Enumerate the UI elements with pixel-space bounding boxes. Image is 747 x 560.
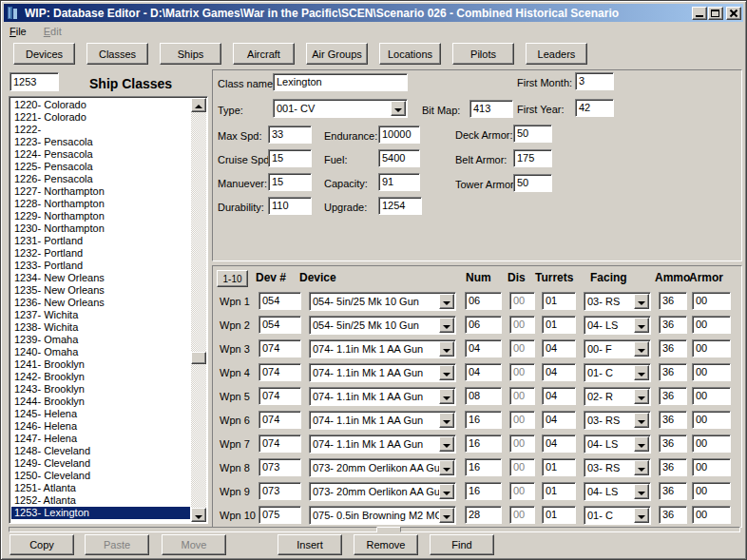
- nav-air-groups-button[interactable]: Air Groups: [306, 43, 368, 65]
- device-select[interactable]: 074- 1.1in Mk 1 AA Gun: [309, 387, 456, 406]
- device-dropdown-button[interactable]: [439, 413, 454, 428]
- armor-input[interactable]: 00: [692, 292, 731, 310]
- armor-input[interactable]: 00: [692, 387, 731, 405]
- device-select[interactable]: 075- 0.5in Browning M2 MG: [309, 506, 456, 525]
- list-item[interactable]: 1230- Northampton: [11, 222, 190, 235]
- turrets-input[interactable]: 04: [542, 363, 576, 381]
- facing-dropdown-button[interactable]: [634, 389, 649, 404]
- scroll-down-button[interactable]: [191, 508, 206, 522]
- list-item[interactable]: 1244- Brooklyn: [11, 396, 190, 408]
- device-select[interactable]: 054- 5in/25 Mk 10 Gun: [309, 292, 456, 311]
- num-input[interactable]: 06: [465, 292, 502, 310]
- list-item[interactable]: 1225- Pensacola: [11, 161, 190, 173]
- num-input[interactable]: 08: [465, 387, 502, 405]
- armor-input[interactable]: 00: [692, 316, 731, 334]
- facing-select[interactable]: 01- C: [584, 363, 651, 382]
- turrets-input[interactable]: 01: [542, 292, 576, 310]
- list-item[interactable]: 1231- Portland: [11, 235, 190, 247]
- list-item[interactable]: 1241- Brooklyn: [11, 358, 190, 371]
- num-input[interactable]: 28: [465, 506, 502, 524]
- list-item[interactable]: 1229- Northampton: [11, 210, 190, 222]
- menu-file[interactable]: File: [5, 25, 31, 40]
- list-item[interactable]: 1234- New Orleans: [11, 272, 190, 284]
- armor-input[interactable]: 00: [692, 411, 731, 429]
- list-item[interactable]: 1221- Colorado: [11, 111, 190, 124]
- find-button[interactable]: Find: [430, 534, 494, 555]
- dev-number-input[interactable]: 074: [259, 339, 301, 357]
- ammo-input[interactable]: 36: [659, 482, 687, 500]
- first-year-field[interactable]: 42: [575, 99, 614, 117]
- armor-input[interactable]: 00: [692, 506, 731, 524]
- list-item[interactable]: 1252- Atlanta: [11, 494, 190, 507]
- list-item[interactable]: 1237- Wichita: [11, 309, 190, 321]
- nav-devices-button[interactable]: Devices: [13, 43, 75, 65]
- facing-select[interactable]: 04- LS: [584, 316, 651, 335]
- list-item[interactable]: 1222-: [11, 124, 190, 136]
- device-select[interactable]: 074- 1.1in Mk 1 AA Gun: [309, 434, 456, 454]
- device-select[interactable]: 073- 20mm Oerlikon AA Gun: [309, 458, 456, 477]
- armor-input[interactable]: 00: [692, 458, 731, 476]
- dev-number-input[interactable]: 074: [259, 363, 301, 381]
- close-button[interactable]: [726, 7, 741, 20]
- class-name-field[interactable]: Lexington: [273, 73, 408, 91]
- facing-dropdown-button[interactable]: [634, 508, 649, 523]
- capacity-field[interactable]: 91: [378, 173, 420, 191]
- facing-select[interactable]: 00- F: [584, 339, 651, 358]
- list-item[interactable]: 1220- Colorado: [11, 99, 190, 111]
- list-item[interactable]: 1254- Lexington: [11, 519, 190, 521]
- durability-field[interactable]: 110: [268, 197, 312, 215]
- facing-select[interactable]: 03- RS: [584, 411, 651, 430]
- num-input[interactable]: 16: [465, 411, 502, 429]
- turrets-input[interactable]: 01: [542, 458, 576, 476]
- list-item[interactable]: 1238- Wichita: [11, 321, 190, 334]
- nav-locations-button[interactable]: Locations: [379, 43, 441, 65]
- weapon-range-button[interactable]: 1-10: [217, 270, 248, 287]
- list-item[interactable]: 1233- Portland: [11, 260, 190, 272]
- facing-select[interactable]: 02- R: [584, 387, 651, 406]
- list-item[interactable]: 1246- Helena: [11, 420, 190, 433]
- scrollbar-track[interactable]: [191, 112, 206, 508]
- list-item[interactable]: 1226- Pensacola: [11, 173, 190, 185]
- facing-dropdown-button[interactable]: [634, 413, 649, 428]
- nav-pilots-button[interactable]: Pilots: [452, 43, 514, 65]
- dev-number-input[interactable]: 074: [259, 434, 301, 453]
- device-select[interactable]: 074- 1.1in Mk 1 AA Gun: [309, 411, 456, 430]
- list-item[interactable]: 1232- Portland: [11, 247, 190, 260]
- ammo-input[interactable]: 36: [659, 387, 687, 405]
- list-item[interactable]: 1224- Pensacola: [11, 148, 190, 161]
- turrets-input[interactable]: 01: [542, 482, 576, 500]
- turrets-input[interactable]: 04: [542, 387, 576, 405]
- num-input[interactable]: 16: [465, 434, 502, 453]
- insert-button[interactable]: Insert: [278, 534, 342, 555]
- bit-map-field[interactable]: 413: [469, 100, 513, 118]
- turrets-input[interactable]: 04: [542, 411, 576, 429]
- list-item[interactable]: 1228- Northampton: [11, 198, 190, 210]
- list-item[interactable]: 1242- Brooklyn: [11, 371, 190, 383]
- belt-armor-field[interactable]: 175: [513, 149, 552, 167]
- facing-select[interactable]: 04- LS: [584, 434, 651, 454]
- ammo-input[interactable]: 36: [659, 458, 687, 476]
- max-spd-field[interactable]: 33: [268, 126, 312, 144]
- facing-dropdown-button[interactable]: [634, 365, 649, 380]
- device-dropdown-button[interactable]: [439, 341, 454, 357]
- armor-input[interactable]: 00: [692, 363, 731, 381]
- device-dropdown-button[interactable]: [439, 484, 454, 499]
- armor-input[interactable]: 00: [692, 434, 731, 453]
- list-item[interactable]: 1249- Cleveland: [11, 457, 190, 470]
- nav-ships-button[interactable]: Ships: [160, 43, 221, 65]
- device-select[interactable]: 074- 1.1in Mk 1 AA Gun: [309, 339, 456, 358]
- fuel-field[interactable]: 5400: [378, 149, 420, 167]
- device-dropdown-button[interactable]: [439, 365, 454, 380]
- list-item[interactable]: 1251- Atlanta: [11, 482, 190, 494]
- ammo-input[interactable]: 36: [659, 506, 687, 524]
- list-item[interactable]: 1239- Omaha: [11, 334, 190, 346]
- ammo-input[interactable]: 36: [659, 434, 687, 453]
- nav-aircraft-button[interactable]: Aircraft: [233, 43, 295, 65]
- facing-select[interactable]: 03- RS: [584, 292, 651, 311]
- facing-select[interactable]: 04- LS: [584, 482, 651, 501]
- ammo-input[interactable]: 36: [659, 339, 687, 357]
- ammo-input[interactable]: 36: [659, 411, 687, 429]
- device-dropdown-button[interactable]: [439, 318, 454, 333]
- facing-select[interactable]: 01- C: [584, 506, 651, 525]
- list-item[interactable]: 1223- Pensacola: [11, 136, 190, 148]
